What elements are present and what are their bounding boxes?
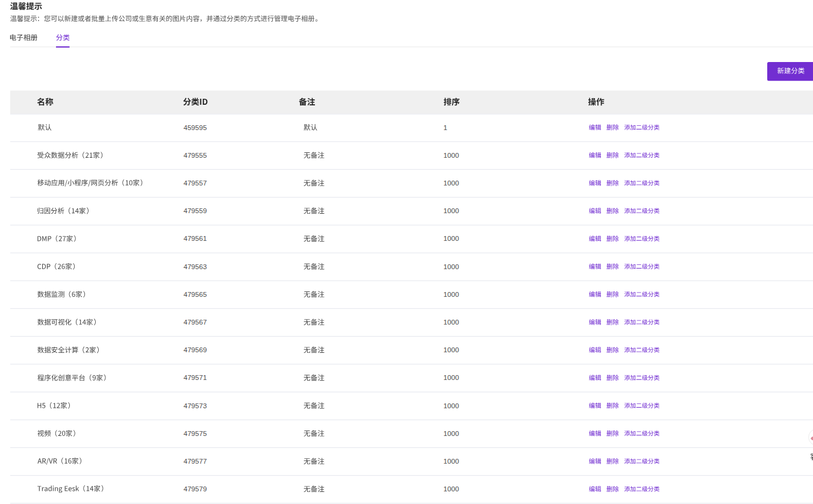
svg-text:1000: 1000 bbox=[443, 263, 459, 270]
svg-text:479573: 479573 bbox=[184, 402, 207, 409]
svg-text:479563: 479563 bbox=[184, 263, 207, 270]
svg-text:479569: 479569 bbox=[184, 346, 207, 353]
svg-text:479575: 479575 bbox=[184, 429, 207, 437]
svg-text:1: 1 bbox=[443, 123, 447, 131]
svg-text:1000: 1000 bbox=[443, 373, 459, 381]
svg-text:479567: 479567 bbox=[184, 318, 207, 326]
svg-text:1000: 1000 bbox=[443, 429, 459, 437]
svg-text:479559: 479559 bbox=[184, 207, 207, 214]
svg-text:1000: 1000 bbox=[443, 346, 459, 353]
svg-text:1000: 1000 bbox=[443, 402, 459, 409]
svg-text:1000: 1000 bbox=[443, 179, 459, 187]
svg-text:1000: 1000 bbox=[443, 318, 459, 326]
svg-text:1000: 1000 bbox=[443, 485, 459, 493]
svg-text:1000: 1000 bbox=[443, 207, 459, 214]
svg-text:1000: 1000 bbox=[443, 457, 459, 465]
svg-text:479557: 479557 bbox=[184, 179, 207, 187]
svg-text:479555: 479555 bbox=[184, 151, 207, 159]
svg-text:479577: 479577 bbox=[184, 457, 207, 465]
svg-text:479571: 479571 bbox=[184, 373, 207, 381]
svg-text:479565: 479565 bbox=[184, 290, 207, 298]
svg-text:1000: 1000 bbox=[443, 151, 459, 159]
svg-text:459595: 459595 bbox=[184, 123, 207, 131]
svg-text:479579: 479579 bbox=[184, 485, 207, 493]
svg-text:1000: 1000 bbox=[443, 290, 459, 298]
svg-text:479561: 479561 bbox=[184, 234, 207, 242]
svg-text:1000: 1000 bbox=[443, 234, 459, 242]
